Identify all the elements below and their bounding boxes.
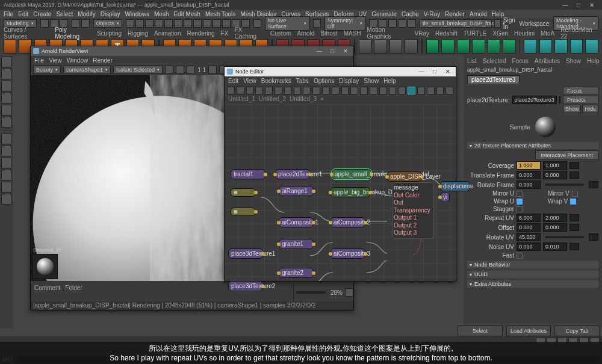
- selmask-icon[interactable]: [145, 19, 154, 28]
- arnold-menu-file[interactable]: File: [34, 57, 44, 64]
- node-disp-layer[interactable]: apple_DISP_Layer: [387, 171, 422, 182]
- layout-icon[interactable]: [1, 194, 12, 205]
- shelf-tab[interactable]: FX: [221, 30, 229, 37]
- repeat-v-field[interactable]: 2.000: [543, 214, 567, 222]
- nodeed-close-icon[interactable]: ✕: [442, 69, 453, 75]
- ne-menu-tabs[interactable]: Tabs: [296, 78, 309, 84]
- shelf-icon[interactable]: [472, 39, 485, 54]
- comment-tab[interactable]: Comment: [34, 285, 60, 291]
- menu-cache[interactable]: Cache: [402, 11, 419, 17]
- node-small-breakup-fractal[interactable]: apple_small_breakup_DISP_fractal: [332, 169, 371, 179]
- menu-file[interactable]: File: [4, 11, 13, 17]
- shelf-icon[interactable]: [457, 39, 470, 54]
- menu-create[interactable]: Create: [33, 11, 51, 17]
- ne-tool-icon[interactable]: [255, 87, 263, 94]
- shelf-icon[interactable]: [539, 39, 552, 54]
- shelf-icon[interactable]: [426, 39, 439, 54]
- ne-tool-icon[interactable]: [332, 87, 340, 94]
- signin-label[interactable]: Sign In: [503, 17, 517, 30]
- repeat-u-field[interactable]: 6.000: [517, 214, 541, 222]
- ne-tool-icon[interactable]: [427, 87, 435, 94]
- ne-tool-icon[interactable]: [303, 87, 311, 94]
- symmetry-dropdown[interactable]: Symmetry: Off: [324, 16, 365, 31]
- ne-tool-icon[interactable]: [284, 87, 292, 94]
- ae-menu-show[interactable]: Show: [566, 58, 581, 64]
- node-place3dtexture2[interactable]: place3dTexture2: [228, 281, 263, 291]
- mirroru-checkbox[interactable]: [517, 191, 523, 197]
- layout-icon[interactable]: [1, 134, 12, 144]
- ne-tool-icon[interactable]: [370, 87, 377, 94]
- ne-tool-icon[interactable]: [294, 87, 302, 94]
- menu-display[interactable]: Display: [101, 11, 120, 17]
- shelf-tab[interactable]: MASH: [344, 30, 361, 37]
- node-file[interactable]: ▦: [231, 188, 256, 197]
- ne-menu-options[interactable]: Options: [314, 78, 334, 84]
- selmask-icon[interactable]: [155, 19, 163, 28]
- shelf-tab[interactable]: Houdini: [514, 30, 535, 37]
- interactive-placement-button[interactable]: Interactive Placement: [535, 150, 598, 160]
- section-extra-attrs[interactable]: Extra Attributes: [467, 280, 598, 288]
- snapshot-thumb[interactable]: Snapshot_01: [33, 254, 58, 279]
- shelf-icon[interactable]: [4, 39, 16, 54]
- node-big-breakup-noise[interactable]: apple_big_breakup_DISP_Noise: [330, 187, 370, 197]
- ne-tool-icon[interactable]: [275, 87, 282, 94]
- ne-tool-icon[interactable]: [227, 87, 235, 94]
- selmask-icon[interactable]: [213, 19, 221, 28]
- arnold-menu-view[interactable]: View: [49, 57, 62, 64]
- section-2d-placement[interactable]: 2d Texture Placement Attributes: [467, 142, 598, 149]
- arnold-min-icon[interactable]: —: [314, 48, 324, 54]
- move-tool-icon[interactable]: [1, 93, 12, 103]
- map-button-icon[interactable]: [569, 243, 579, 250]
- ne-tool-icon[interactable]: [398, 87, 406, 94]
- ne-tool-icon[interactable]: [445, 87, 453, 94]
- ab-icon[interactable]: [208, 66, 217, 74]
- layout-icon[interactable]: [1, 170, 12, 180]
- presets-button[interactable]: Presets: [563, 96, 598, 104]
- selmask-icon[interactable]: [126, 19, 134, 28]
- tool-icon[interactable]: [408, 19, 416, 28]
- zoom-slider[interactable]: [296, 291, 326, 294]
- noise-v-field[interactable]: 0.010: [543, 242, 567, 251]
- ne-tab-add-icon[interactable]: +: [320, 96, 324, 104]
- coverage-u-field[interactable]: 1.000: [517, 161, 541, 170]
- shelf-tab[interactable]: Poly Modeling: [55, 26, 91, 40]
- scale-tool-icon[interactable]: [1, 117, 12, 128]
- shelf-icon[interactable]: [585, 39, 598, 54]
- ae-type-value[interactable]: place2dTexture3: [512, 96, 557, 104]
- shelf-icon[interactable]: [488, 39, 500, 54]
- ne-tool-icon[interactable]: [312, 87, 320, 94]
- node-granite2[interactable]: granite2: [279, 268, 314, 278]
- nodeed-min-icon[interactable]: —: [416, 69, 427, 75]
- show-button[interactable]: Show: [563, 105, 582, 113]
- map-button-icon[interactable]: [569, 224, 579, 231]
- node-vi[interactable]: vi: [440, 192, 450, 202]
- nodeed-titlebar[interactable]: Node Editor — □ ✕: [225, 67, 456, 76]
- shelf-icon[interactable]: [441, 39, 454, 54]
- mirrorv-checkbox[interactable]: [572, 191, 578, 197]
- shelf-icon[interactable]: [359, 39, 371, 54]
- ne-tool-icon[interactable]: [237, 87, 244, 94]
- arnold-close-icon[interactable]: ✕: [340, 48, 351, 54]
- render-play-icon[interactable]: [165, 66, 173, 74]
- shelf-tab[interactable]: XGen: [492, 30, 508, 37]
- noise-u-field[interactable]: 0.010: [517, 242, 541, 251]
- selmask-icon[interactable]: [193, 19, 202, 28]
- ae-menu-help[interactable]: Help: [587, 58, 600, 64]
- aov-dropdown[interactable]: Beauty: [33, 66, 61, 74]
- node-aicomposite3[interactable]: aiComposite3: [330, 248, 365, 259]
- shelf-tab[interactable]: Custom: [270, 30, 291, 37]
- map-button-icon[interactable]: [569, 214, 579, 221]
- lasso-tool-icon[interactable]: [1, 69, 12, 79]
- rotateframe-field[interactable]: 0.000: [517, 180, 541, 189]
- menu-modify[interactable]: Modify: [78, 11, 95, 17]
- ne-tab[interactable]: Untitled_1: [228, 96, 255, 104]
- ae-menu-attributes[interactable]: Attributes: [535, 58, 560, 64]
- ne-menu-view[interactable]: View: [243, 78, 256, 84]
- slider[interactable]: [545, 184, 584, 186]
- nodeed-menubar[interactable]: Edit View Bookmarks Tabs Options Display…: [225, 76, 456, 85]
- shelf-tab[interactable]: Arnold: [297, 30, 314, 37]
- history-icon[interactable]: [313, 19, 321, 28]
- arnold-max-icon[interactable]: □: [327, 48, 338, 54]
- ne-tool-icon[interactable]: [379, 87, 387, 94]
- ae-menu-selected[interactable]: Selected: [483, 58, 506, 64]
